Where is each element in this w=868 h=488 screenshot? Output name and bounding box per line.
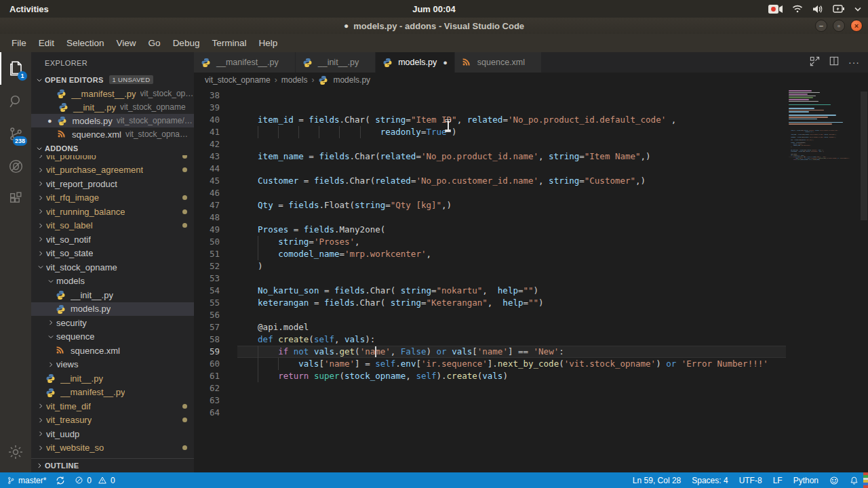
tree-item-vit_stock_opname[interactable]: vit_stock_opname xyxy=(31,260,194,274)
menu-edit[interactable]: Edit xyxy=(33,36,60,50)
activities-button[interactable]: Activities xyxy=(0,4,58,14)
code-line-43[interactable]: item_name = fields.Char(related='No_po.p… xyxy=(237,150,868,163)
code-line-54[interactable]: No_kartu_son = fields.Char( string="noka… xyxy=(237,285,868,297)
code-line-42[interactable] xyxy=(237,138,868,150)
open-editor-squence.xml[interactable]: squence.xmlvit_stock_opname/s... xyxy=(31,127,194,141)
tree-item-security[interactable]: security xyxy=(31,316,194,330)
code-line-40[interactable]: item_id = fields.Char( string="Item ID",… xyxy=(237,114,868,126)
system-tray[interactable] xyxy=(768,5,868,14)
tree-item-vit_so_notif[interactable]: vit_so_notif xyxy=(31,232,194,247)
code-line-51[interactable]: comodel_name='mrp.workcenter', xyxy=(237,248,868,260)
code-line-57[interactable]: @api.model xyxy=(237,321,868,333)
tree-item-vit_running_balance[interactable]: vit_running_balance xyxy=(31,205,194,219)
extensions-icon[interactable] xyxy=(0,182,31,215)
editor-scrollbar[interactable] xyxy=(859,87,868,472)
code-line-53[interactable] xyxy=(237,272,868,285)
tree-item-vit_portofolio[interactable]: vit_portofolio xyxy=(31,155,194,163)
code-line-49[interactable]: Proses = fields.Many2one( xyxy=(237,224,868,236)
eol-setting[interactable]: LF xyxy=(773,476,783,485)
tree-item-vit_purchase_agreement[interactable]: vit_purchase_agreement xyxy=(31,163,194,178)
code-line-44[interactable] xyxy=(237,163,868,175)
source-control-icon[interactable]: 238 xyxy=(0,117,31,150)
tree-item-vit_website_so[interactable]: vit_website_so xyxy=(31,441,194,455)
code-line-46[interactable] xyxy=(237,187,868,199)
tab-__manifest__.py[interactable]: __manifest__.py xyxy=(194,52,296,73)
language-mode[interactable]: Python xyxy=(793,476,818,485)
code-line-55[interactable]: keterangan = fields.Char( string="Ketera… xyxy=(237,297,868,309)
breadcrumb-item[interactable]: models.py xyxy=(333,75,370,85)
code-line-56[interactable] xyxy=(237,309,868,321)
tree-item-vit_treasury[interactable]: vit_treasury xyxy=(31,413,194,428)
clock[interactable]: Jum 00:04 xyxy=(412,4,456,14)
tree-item-vit_rfq_image[interactable]: vit_rfq_image xyxy=(31,191,194,205)
notifications-bell-icon[interactable] xyxy=(850,476,859,485)
feedback-smiley-icon[interactable] xyxy=(829,476,839,485)
tree-item-__manifest__.py[interactable]: __manifest__.py xyxy=(31,386,194,400)
split-editor-icon[interactable] xyxy=(829,56,839,68)
code-line-52[interactable]: ) xyxy=(237,260,868,272)
open-editor-__init__.py[interactable]: __init__.pyvit_stock_opname xyxy=(31,100,194,114)
sync-icon[interactable] xyxy=(56,476,65,485)
tree-item-vit_report_product[interactable]: vit_report_product xyxy=(31,177,194,191)
code-line-61[interactable]: return super(stock_opname, self).create(… xyxy=(237,370,868,382)
code-line-39[interactable] xyxy=(237,102,868,114)
open-editor-__manifest__.py[interactable]: __manifest__.pyvit_stock_opname xyxy=(31,87,194,100)
open-editor-models.py[interactable]: ●models.pyvit_stock_opname/mo... xyxy=(31,114,194,127)
breadcrumb-item[interactable]: vit_stock_opname xyxy=(205,75,271,85)
git-branch-indicator[interactable]: master* xyxy=(7,476,46,485)
code-line-50[interactable]: string='Proses', xyxy=(237,236,868,248)
encoding-setting[interactable]: UTF-8 xyxy=(739,476,762,485)
code-line-47[interactable]: Qty = fields.Float(string="Qty [kg]",) xyxy=(237,199,868,211)
code-line-48[interactable] xyxy=(237,211,868,224)
code-line-64[interactable] xyxy=(789,163,797,165)
tree-item-models[interactable]: models xyxy=(31,274,194,289)
tree-item-vit_uudp[interactable]: vit_uudp xyxy=(31,427,194,441)
minimize-button[interactable]: – xyxy=(815,20,827,32)
code-line-63[interactable] xyxy=(237,394,868,407)
search-icon[interactable] xyxy=(0,85,31,117)
code-line-41[interactable]: readonly=True ) xyxy=(237,126,868,138)
tree-item-views[interactable]: views xyxy=(31,358,194,372)
tree-item-vit_so_state[interactable]: vit_so_state xyxy=(31,247,194,261)
cursor-position[interactable]: Ln 59, Col 28 xyxy=(633,476,681,485)
tree-item-__init__.py[interactable]: __init__.py xyxy=(31,371,194,386)
tree-item-vit_so_label[interactable]: vit_so_label xyxy=(31,219,194,233)
open-editors-header[interactable]: OPEN EDITORS 1 UNSAVED xyxy=(31,73,194,87)
tree-item-models.py[interactable]: models.py xyxy=(31,302,194,317)
debug-icon[interactable] xyxy=(0,150,31,182)
menu-file[interactable]: File xyxy=(5,36,33,50)
settings-gear-icon[interactable] xyxy=(0,436,31,468)
menu-help[interactable]: Help xyxy=(252,36,283,50)
menu-terminal[interactable]: Terminal xyxy=(205,36,252,50)
code-editor[interactable]: 3839404142434445464748495051525354555657… xyxy=(194,87,868,472)
maximize-button[interactable]: ▫ xyxy=(833,20,845,32)
code-line-45[interactable]: Customer = fields.Char(related='No_po.cu… xyxy=(237,175,868,187)
tab-models.py[interactable]: models.py● xyxy=(376,52,455,73)
code-line-62[interactable] xyxy=(237,382,868,394)
code-line-38[interactable] xyxy=(237,89,868,102)
tree-item-sequence[interactable]: sequence xyxy=(31,330,194,344)
minimap[interactable]: item_id = fields.Char( string="Item ID",… xyxy=(786,87,859,472)
code-line-58[interactable]: def create(self, vals): xyxy=(237,333,868,346)
menu-go[interactable]: Go xyxy=(142,36,167,50)
tree-item-squence.xml[interactable]: squence.xml xyxy=(31,344,194,358)
window-title-bar[interactable]: ● models.py - addons - Visual Studio Cod… xyxy=(0,18,868,34)
tree-item-__init__.py[interactable]: __init__.py xyxy=(31,288,194,302)
breadcrumb[interactable]: vit_stock_opname›models›models.py xyxy=(194,73,868,87)
code-line-64[interactable] xyxy=(237,407,868,419)
code-line-60[interactable]: vals['name'] = self.env['ir.sequence'].n… xyxy=(237,358,868,370)
indentation-setting[interactable]: Spaces: 4 xyxy=(692,476,728,485)
menu-debug[interactable]: Debug xyxy=(167,36,206,50)
open-changes-icon[interactable] xyxy=(810,56,820,69)
menu-view[interactable]: View xyxy=(111,36,142,50)
addons-section-header[interactable]: ADDONS xyxy=(31,141,194,155)
tab-squence.xml[interactable]: squence.xml xyxy=(455,52,542,73)
code-content[interactable]: item_id = fields.Char( string="Item ID",… xyxy=(237,87,868,472)
close-button[interactable]: × xyxy=(850,20,863,32)
more-actions-icon[interactable]: ··· xyxy=(848,57,860,68)
breadcrumb-item[interactable]: models xyxy=(281,75,308,85)
code-line-59[interactable]: if not vals.get('name', False) or vals['… xyxy=(237,346,868,358)
explorer-icon[interactable]: 1 xyxy=(0,52,31,85)
problems-indicator[interactable]: 0 0 xyxy=(75,476,115,485)
tree-item-vit_time_dif[interactable]: vit_time_dif xyxy=(31,399,194,413)
